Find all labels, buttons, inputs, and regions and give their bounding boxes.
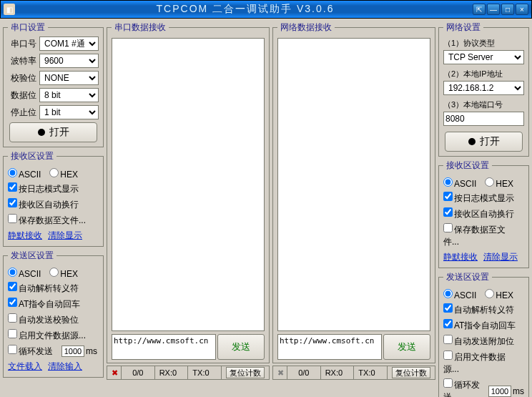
serial-mute-link[interactable]: 静默接收 [8,230,42,242]
net-send-hex-radio[interactable] [485,289,494,298]
serial-send-input[interactable]: http://www.cmsoft.cn [112,334,216,360]
check-label: 校验位 [8,72,36,84]
titlebar: ◧ TCPCOM 二合一调试助手 V3.0.6 ⇱ — □ × [0,0,532,19]
serial-clear-send-link[interactable]: 清除输入 [48,361,82,373]
window-title: TCPCOM 二合一调试助手 V3.0.6 [18,3,473,16]
serial-checksum-check[interactable] [8,313,17,323]
net-settings-group: 网络设置 （1）协议类型 TCP Server （2）本地IP地址 192.16… [438,21,529,157]
pin-icon[interactable]: ⇱ [473,4,486,15]
net-atcr-check[interactable] [443,319,453,328]
net-recv-hex-radio[interactable] [485,177,494,187]
serial-reset-button[interactable]: 复位计数 [226,367,265,378]
serial-recv-settings: 接收区设置 ASCII HEX 按日志模式显示 接收区自动换行 保存数据至文件.… [3,150,104,247]
port-select[interactable]: COM1 #通 [39,36,99,51]
net-send-settings: 发送区设置 ASCII HEX 自动解析转义符 AT指令自动回车 自动发送附加位… [438,271,529,397]
net-clear-recv-link[interactable]: 清除显示 [483,251,518,263]
serial-tx-status: TX:0 [188,366,222,379]
net-count-status: 0/0 [287,366,321,379]
serial-open-button[interactable]: 打开 [9,122,97,142]
app-icon: ◧ [4,4,15,15]
net-autowrap-check[interactable] [443,207,453,217]
status-idle-icon: ✖ [277,368,284,377]
serial-rx-status: RX:0 [155,366,189,379]
net-loop-check[interactable] [443,378,453,388]
net-escape-check[interactable] [443,303,453,313]
serial-savefile-check[interactable] [8,214,17,223]
serial-escape-check[interactable] [8,282,17,291]
serial-autowrap-check[interactable] [8,198,17,207]
net-send-ascii-radio[interactable] [443,289,453,298]
serial-atcr-check[interactable] [8,298,17,307]
serial-filesrc-check[interactable] [8,329,17,338]
stopbits-select[interactable]: 1 bit [39,105,99,119]
close-button[interactable]: × [516,4,528,15]
net-addon-check[interactable] [443,335,453,344]
net-recv-textarea[interactable] [277,38,430,331]
databits-label: 数据位 [8,89,36,102]
serial-count-status: 0/0 [122,366,155,379]
serial-settings-group: 串口设置 串口号 COM1 #通 波特率 9600 校验位 NONE 数据位 8… [3,21,104,147]
serial-loop-check[interactable] [8,345,17,354]
net-recv-ascii-radio[interactable] [443,177,453,187]
protocol-select[interactable]: TCP Server [443,50,524,64]
serial-send-settings: 发送区设置 ASCII HEX 自动解析转义符 AT指令自动回车 自动发送校验位… [3,250,104,378]
serial-send-ascii-radio[interactable] [8,268,17,277]
ip-select[interactable]: 192.168.1.2 [443,81,524,95]
serial-send-button[interactable]: 发送 [217,334,265,360]
net-loop-ms-input[interactable] [488,386,511,397]
port-label: 串口号 [8,38,36,50]
minimize-button[interactable]: — [487,4,500,15]
serial-legend: 串口设置 [8,21,48,34]
status-dot-icon [468,138,476,145]
net-send-button[interactable]: 发送 [383,334,430,360]
check-select[interactable]: NONE [39,71,99,85]
serial-recv-panel: 串口数据接收 http://www.cmsoft.cn 发送 [107,21,270,363]
serial-clear-recv-link[interactable]: 清除显示 [48,230,82,242]
stopbits-label: 停止位 [8,107,36,119]
baud-label: 波特率 [8,55,36,67]
databits-select[interactable]: 8 bit [39,88,99,102]
status-error-icon: ✖ [112,368,118,377]
net-reset-button[interactable]: 复位计数 [392,367,430,378]
net-open-button[interactable]: 打开 [445,132,523,152]
baud-select[interactable]: 9600 [39,54,99,68]
net-savefile-check[interactable] [443,223,453,232]
maximize-button[interactable]: □ [501,4,514,15]
net-send-input[interactable]: http://www.cmsoft.cn [277,334,382,360]
net-recv-settings: 接收区设置 ASCII HEX 按日志模式显示 接收区自动换行 保存数据至文件.… [438,160,529,268]
serial-loop-ms-input[interactable] [61,345,84,357]
serial-recv-ascii-radio[interactable] [8,168,17,177]
serial-recv-textarea[interactable] [112,38,265,331]
serial-send-hex-radio[interactable] [49,268,59,277]
net-mute-link[interactable]: 静默接收 [443,251,478,263]
net-rx-status: RX:0 [321,366,355,379]
serial-recv-hex-radio[interactable] [49,168,59,177]
status-dot-icon [38,129,45,136]
net-log-mode-check[interactable] [443,192,453,201]
net-tx-status: TX:0 [354,366,388,379]
net-recv-panel: 网络数据接收 http://www.cmsoft.cn 发送 [272,21,435,363]
port-input[interactable] [443,112,524,126]
serial-log-mode-check[interactable] [8,182,17,192]
serial-fileload-link[interactable]: 文件载入 [8,361,42,373]
net-filesrc-check[interactable] [443,351,453,360]
